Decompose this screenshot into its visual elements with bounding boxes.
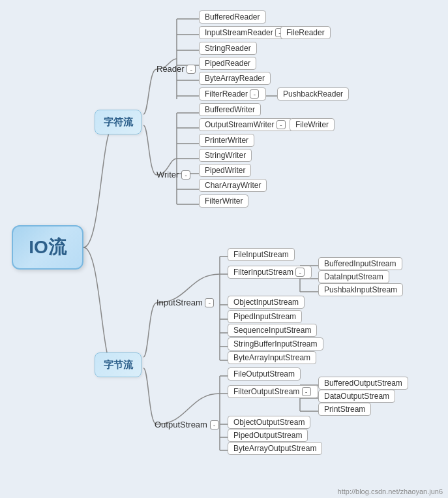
root-node: IO流 — [12, 225, 83, 270]
leaf-BufferedInputStream: BufferedInputStream — [318, 257, 402, 270]
osw-conn: - — [276, 120, 286, 129]
inputstream-conn-icon: - — [205, 298, 214, 307]
mind-map: IO流 字符流 字节流 Reader - Writer - InputStrea… — [0, 0, 448, 498]
leaf-FileWriter: FileWriter — [290, 118, 335, 131]
leaf-PipedOutputStream: PipedOutputStream — [228, 429, 308, 442]
fo-conn: - — [302, 387, 311, 396]
leaf-PipedReader: PipedReader — [199, 57, 256, 70]
root-label: IO流 — [29, 235, 67, 260]
leaf-InputStreamReader: InputStreamReader - — [199, 26, 291, 39]
outputstream-conn-icon: - — [210, 420, 219, 429]
leaf-PrintStream: PrintStream — [318, 403, 371, 416]
leaf-ByteArrayReader: ByteArrayReader — [199, 72, 271, 85]
leaf-PipedWriter: PipedWriter — [199, 164, 251, 177]
reader-conn-icon: - — [187, 65, 196, 74]
writer-node: Writer - — [157, 170, 192, 179]
leaf-OutputStreamWriter: OutputStreamWriter - — [199, 118, 293, 131]
leaf-FilterReader: FilterReader - — [199, 87, 266, 101]
inputstream-node: InputStream - — [157, 298, 215, 307]
leaf-CharArrayWriter: CharArrayWriter — [199, 179, 267, 192]
reader-node: Reader - — [157, 64, 197, 74]
byte-stream-node: 字节流 — [95, 352, 142, 377]
leaf-BufferedReader: BufferedReader — [199, 10, 266, 23]
leaf-BufferedOutputStream: BufferedOutputStream — [318, 377, 408, 390]
byte-stream-label: 字节流 — [104, 359, 133, 371]
fi-conn: - — [295, 268, 305, 277]
leaf-ObjectOutputStream: ObjectOutputStream — [228, 416, 310, 429]
leaf-SequenceInputStream: SequenceInputStream — [228, 324, 317, 337]
leaf-ObjectInputStream: ObjectInputStream — [228, 296, 305, 309]
writer-conn-icon: - — [181, 170, 190, 179]
leaf-PushbackReader: PushbackReader — [277, 87, 349, 101]
leaf-FilterOutputStream: FilterOutputStream - — [228, 385, 318, 398]
leaf-StringBufferInputStream: StringBufferInputStream — [228, 337, 323, 350]
fr-conn: - — [250, 89, 259, 99]
leaf-FilterInputStream: FilterInputStream - — [228, 266, 312, 279]
leaf-ByteArrayOutputStream: ByteArrayOutputStream — [228, 442, 322, 455]
leaf-BufferedWriter: BufferedWriter — [199, 103, 261, 116]
leaf-DataInputStream: DataInputStream — [318, 270, 389, 283]
leaf-StringReader: StringReader — [199, 42, 257, 55]
leaf-PushbakInputStream: PushbakInputStream — [318, 283, 403, 296]
leaf-ByteArrayInputStream: ByteArrayInputStream — [228, 351, 316, 364]
char-stream-node: 字符流 — [95, 110, 142, 134]
watermark: http://blog.csdn.net/zhaoyan.jun6 — [338, 488, 443, 495]
leaf-DataOutputStream: DataOutputStream — [318, 390, 395, 403]
leaf-PipedInputStream: PipedInputStream — [228, 310, 302, 323]
leaf-PrinterWriter: PrinterWriter — [199, 134, 254, 147]
char-stream-label: 字符流 — [104, 116, 133, 129]
leaf-FileReader: FileReader — [280, 26, 331, 39]
leaf-FileInputStream: FileInputStream — [228, 248, 295, 261]
leaf-FilterWriter: FilterWriter — [199, 195, 248, 208]
leaf-StringWriter: StringWriter — [199, 149, 252, 162]
leaf-FileOutputStream: FileOutputStream — [228, 367, 301, 381]
outputstream-node: OutputStream - — [155, 420, 220, 429]
